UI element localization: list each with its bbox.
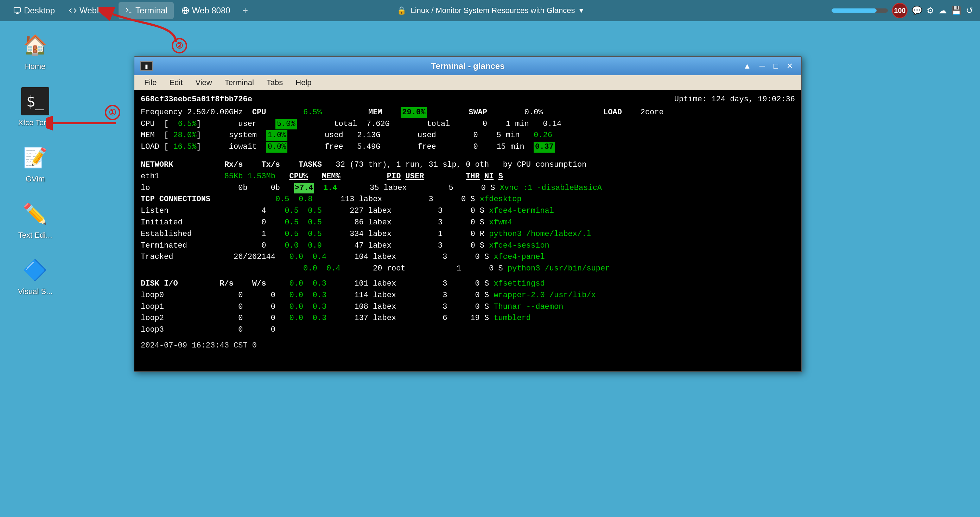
- menu-file[interactable]: File: [138, 76, 162, 89]
- load-cores: 2core: [641, 107, 664, 118]
- loop3-label: loop3 0 0: [141, 325, 275, 336]
- cloud-icon[interactable]: ☁: [939, 6, 947, 16]
- menu-view[interactable]: View: [189, 76, 217, 89]
- menu-edit[interactable]: Edit: [164, 76, 188, 89]
- discord-icon[interactable]: 💬: [912, 6, 922, 16]
- p1-spacer: [280, 183, 294, 194]
- user-pct: 5.0%: [275, 119, 297, 130]
- blank-proc-row-1: 0.0 0.4 20 root 1 0 S python3 /usr/bin/s…: [141, 263, 795, 274]
- menu-terminal[interactable]: Terminal: [219, 76, 259, 89]
- loop2-row: loop2 0 0 0.0 0.3 137 labex 6 19 S tumbl…: [141, 313, 795, 324]
- lo-label: lo: [141, 183, 238, 194]
- desktop-icons: 🏠 Home $_ Xfce Ter... 📝 GVim ✏️ Text Edi…: [7, 28, 63, 299]
- p3-rest: 227 labex 3 0 S: [322, 206, 489, 216]
- p11-mem: 0.3: [312, 302, 326, 313]
- mem-col-label: MEM%: [322, 171, 340, 182]
- chevron-down-icon: ▾: [579, 6, 583, 15]
- spacer3: [543, 107, 603, 118]
- p6-cpu: 0.0: [285, 240, 299, 251]
- tracked-label: Tracked 26/262144: [141, 252, 289, 263]
- code-icon: [69, 7, 77, 14]
- p3-cpu: 0.5: [285, 206, 299, 216]
- gvim-icon: 📝: [21, 143, 49, 172]
- cpu-pct: 6.5%: [303, 107, 322, 118]
- maximize-icon[interactable]: □: [771, 60, 781, 72]
- mem-total: 7.62G: [366, 119, 390, 130]
- p9-cpu: 0.0: [289, 278, 303, 290]
- menu-help[interactable]: Help: [290, 76, 317, 89]
- spacer1: [322, 107, 368, 118]
- p1-cpu: >7.4: [294, 183, 314, 194]
- badge-icon: 100: [892, 3, 908, 18]
- iowait-pct: 0.0%: [266, 142, 287, 153]
- arrow-2-indicator: ②: [99, 7, 190, 56]
- p12-cmd: tumblerd: [493, 313, 531, 324]
- loop1-label: loop1 0 0: [141, 302, 289, 313]
- p5-rest: 334 labex 1 0 R: [322, 229, 489, 240]
- load-5val: 0.26: [534, 130, 552, 141]
- volume-slider[interactable]: [832, 8, 888, 13]
- network-tasks-header: NETWORK Rx/s Tx/s TASKS 32 (73 thr), 1 r…: [141, 160, 795, 170]
- cpu-row-bracket: ] user: [196, 119, 275, 130]
- tcp-label: TCP CONNECTIONS: [141, 194, 275, 205]
- terminal-header: 668cf33eebc5a01f8fbb726e Uptime: 124 day…: [141, 94, 795, 105]
- stats-row-2: CPU [ 6.5% ] user 5.0% total 7.62G total…: [141, 119, 795, 130]
- p1-ni: 0: [453, 183, 486, 194]
- eth1-row: eth1 85Kb 1.53Mb CPU% MEM% PID USER THR …: [141, 171, 795, 182]
- p6-rest: 47 labex 3 0 S: [322, 240, 489, 251]
- loop0-label: loop0 0 0: [141, 290, 289, 301]
- load-row-label: LOAD [: [141, 142, 173, 153]
- spacer5: total: [390, 119, 483, 130]
- established-label: Established 1: [141, 229, 285, 240]
- p4-cpu: 0.5: [285, 217, 299, 228]
- stats-row-3: MEM [ 28.0% ] system 1.0% used 2.13G use…: [141, 130, 795, 141]
- p12-cpu: 0.0: [289, 313, 303, 324]
- cpu-row-pct: 6.5%: [178, 119, 197, 130]
- swap-total-val: 0: [483, 119, 487, 130]
- desktop-icon-home[interactable]: 🏠 Home: [7, 28, 63, 74]
- cpu-col-spacer: [275, 171, 290, 182]
- load-1val: 0.14: [543, 119, 562, 130]
- tcp-terminated-row: Terminated 0 0.0 0.9 47 labex 3 0 S xfce…: [141, 240, 795, 251]
- spacer6: 1 min: [487, 119, 543, 130]
- p5-mem: 0.5: [308, 229, 322, 240]
- spacer11: free: [380, 142, 473, 153]
- minimize-icon[interactable]: ─: [757, 60, 768, 72]
- stats-row-4: LOAD [ 16.5% ] iowait 0.0% free 5.49G fr…: [141, 142, 795, 153]
- tasks-info: 32 (73 thr), 1 run, 31 slp, 0 oth: [336, 160, 489, 170]
- settings-icon[interactable]: ⚙: [926, 6, 934, 16]
- p4-mem: 0.5: [308, 217, 322, 228]
- lo-tx: 0b: [271, 183, 280, 194]
- tcp-established-row: Established 1 0.5 0.5 334 labex 1 0 R py…: [141, 229, 795, 240]
- p10-cpu: 0.0: [289, 290, 303, 301]
- user-col-label: USER: [406, 171, 424, 182]
- mem-free: 5.49G: [357, 142, 380, 153]
- menu-tabs[interactable]: Tabs: [261, 76, 288, 89]
- desktop-icon-vscode[interactable]: 🔷 Visual S...: [7, 253, 63, 299]
- desktop-icon-gvim[interactable]: 📝 GVim: [7, 141, 63, 186]
- p3-cmd: xfce4-terminal: [489, 206, 554, 216]
- taskbar-add-tab[interactable]: +: [238, 3, 252, 18]
- taskbar-center-title: Linux / Monitor System Resources with Gl…: [410, 6, 575, 15]
- scroll-up-icon[interactable]: ▲: [740, 60, 754, 72]
- refresh-icon[interactable]: ↺: [966, 6, 973, 16]
- text-editor-label: Text Edi...: [18, 231, 52, 240]
- taskbar-desktop[interactable]: Desktop: [7, 2, 61, 19]
- spacer8: used: [380, 130, 473, 141]
- pid-spacer: [401, 171, 405, 182]
- terminal-body[interactable]: 668cf33eebc5a01f8fbb726e Uptime: 124 day…: [134, 90, 801, 371]
- lock-icon: 🔒: [397, 6, 406, 15]
- xfce-terminal-icon: $_: [21, 87, 49, 115]
- mem-row-pct: 28.0%: [173, 130, 196, 141]
- spacer2: [427, 107, 469, 118]
- p1-user: labex: [379, 183, 407, 194]
- spacer9: 5 min: [478, 130, 534, 141]
- save-icon[interactable]: 💾: [951, 6, 962, 16]
- close-icon[interactable]: ✕: [784, 60, 795, 72]
- stats-row-1: Frequency 2.50/0.00GHz CPU 6.5% MEM 29.0…: [141, 107, 795, 118]
- p11-cmd: Thunar --daemon: [493, 302, 563, 313]
- p11-rest: 108 labex 3 0 S: [326, 302, 493, 313]
- p9-rest: 101 labex 3 0 S: [326, 278, 493, 290]
- desktop-icon-text-editor[interactable]: ✏️ Text Edi...: [7, 197, 63, 243]
- vscode-label: Visual S...: [18, 287, 53, 296]
